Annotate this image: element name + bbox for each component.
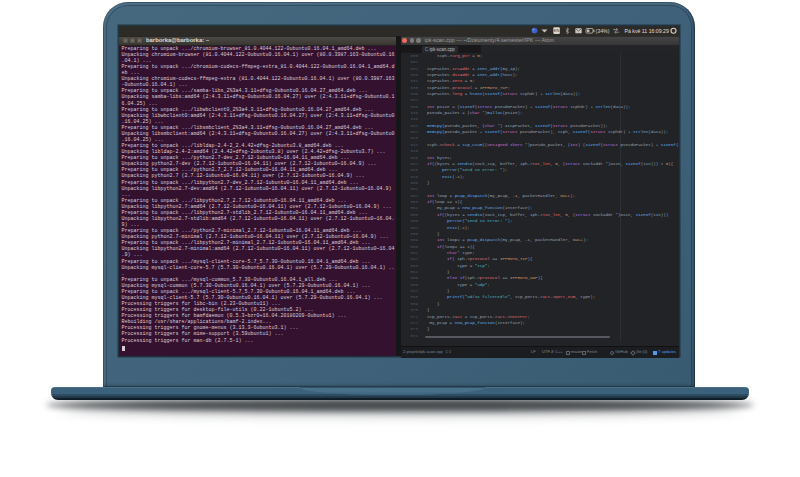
svg-text:Pá kvě 11 16:09:29: Pá kvě 11 16:09:29 bbox=[625, 28, 669, 34]
svg-text:EN: EN bbox=[554, 28, 560, 33]
svg-text:(34%): (34%) bbox=[596, 28, 610, 34]
